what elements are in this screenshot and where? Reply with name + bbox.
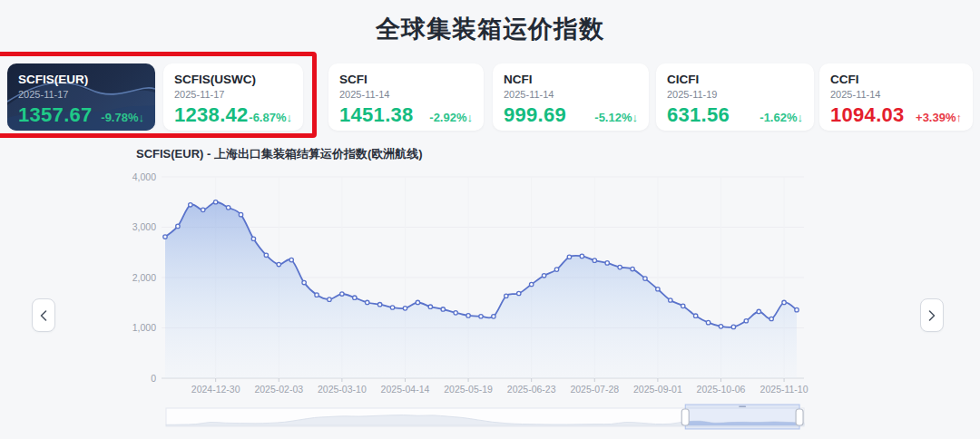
price-chart: 01,0002,0003,0004,0002024-12-302025-02-0… bbox=[0, 165, 980, 399]
svg-text:2025-03-10: 2025-03-10 bbox=[318, 384, 367, 395]
svg-text:2025-11-10: 2025-11-10 bbox=[760, 384, 808, 395]
chart-title: SCFIS(EUR) - 上海出口集装箱结算运价指数(欧洲航线) bbox=[136, 146, 423, 162]
card-value: 1238.42 bbox=[174, 103, 249, 127]
chevron-left-icon bbox=[39, 309, 48, 322]
card-date: 2025-11-17 bbox=[18, 89, 144, 101]
card-title: SCFIS(EUR) bbox=[18, 72, 144, 87]
card-change: -6.87%↓ bbox=[249, 111, 292, 124]
card-title: NCFI bbox=[504, 72, 638, 87]
svg-text:2025-06-23: 2025-06-23 bbox=[507, 384, 556, 395]
card-date: 2025-11-14 bbox=[504, 89, 638, 101]
freight-index-dashboard: 全球集装箱运价指数 SCFIS(EUR) 2025-11-17 1357.67 … bbox=[0, 0, 980, 439]
svg-text:2024-12-30: 2024-12-30 bbox=[191, 384, 240, 395]
svg-text:2,000: 2,000 bbox=[132, 272, 156, 283]
range-slider[interactable] bbox=[0, 401, 980, 437]
card-title: CCFI bbox=[830, 72, 962, 87]
card-date: 2025-11-19 bbox=[667, 89, 803, 101]
svg-text:2025-10-06: 2025-10-06 bbox=[697, 384, 746, 395]
svg-text:2025-05-19: 2025-05-19 bbox=[444, 384, 493, 395]
card-date: 2025-11-14 bbox=[830, 89, 962, 101]
page-title: 全球集装箱运价指数 bbox=[0, 13, 980, 45]
index-card-scfis-eur[interactable]: SCFIS(EUR) 2025-11-17 1357.67 -9.78%↓ bbox=[7, 63, 155, 131]
svg-text:4,000: 4,000 bbox=[132, 171, 156, 182]
card-title: SCFI bbox=[339, 72, 473, 87]
card-change: -5.12%↓ bbox=[594, 111, 638, 124]
svg-text:0: 0 bbox=[151, 373, 156, 384]
svg-text:1,000: 1,000 bbox=[132, 322, 156, 333]
card-value: 631.56 bbox=[667, 103, 730, 127]
arrow-down-icon: ↓ bbox=[798, 111, 804, 124]
slider-handle-left[interactable] bbox=[681, 409, 689, 425]
chevron-right-icon bbox=[927, 309, 936, 322]
index-card-cicfi[interactable]: CICFI 2025-11-19 631.56 -1.62%↓ bbox=[656, 63, 814, 131]
arrow-down-icon: ↓ bbox=[632, 111, 639, 124]
svg-text:2025-02-03: 2025-02-03 bbox=[254, 384, 303, 395]
arrow-down-icon: ↓ bbox=[139, 111, 145, 124]
card-title: CICFI bbox=[667, 72, 803, 87]
card-date: 2025-11-14 bbox=[339, 89, 473, 101]
card-value: 999.69 bbox=[504, 103, 566, 127]
svg-text:2025-07-28: 2025-07-28 bbox=[570, 384, 619, 395]
svg-text:3,000: 3,000 bbox=[132, 221, 156, 232]
index-card-scfi[interactable]: SCFI 2025-11-14 1451.38 -2.92%↓ bbox=[328, 63, 484, 131]
slider-window[interactable] bbox=[685, 405, 799, 429]
card-value: 1451.38 bbox=[339, 103, 414, 127]
index-card-ncfi[interactable]: NCFI 2025-11-14 999.69 -5.12%↓ bbox=[493, 63, 649, 131]
card-change: +3.39%↑ bbox=[916, 111, 962, 124]
arrow-down-icon: ↓ bbox=[287, 111, 293, 124]
next-button[interactable] bbox=[920, 298, 944, 332]
slider-handle-right[interactable] bbox=[796, 409, 803, 425]
svg-text:2025-09-01: 2025-09-01 bbox=[633, 384, 682, 395]
card-title: SCFIS(USWC) bbox=[174, 72, 292, 87]
arrow-down-icon: ↓ bbox=[467, 111, 474, 124]
card-change: -1.62%↓ bbox=[760, 111, 803, 124]
card-change: -9.78%↓ bbox=[101, 111, 144, 124]
card-change: -2.92%↓ bbox=[429, 111, 473, 124]
card-value: 1357.67 bbox=[18, 103, 93, 127]
index-card-ccfi[interactable]: CCFI 2025-11-14 1094.03 +3.39%↑ bbox=[819, 63, 973, 131]
svg-text:2025-04-14: 2025-04-14 bbox=[381, 384, 430, 395]
card-value: 1094.03 bbox=[830, 103, 905, 127]
arrow-up-icon: ↑ bbox=[956, 111, 963, 124]
prev-button[interactable] bbox=[32, 298, 55, 332]
card-date: 2025-11-17 bbox=[174, 89, 292, 101]
slider-drag-dots[interactable] bbox=[739, 406, 746, 408]
index-card-scfis-uswc[interactable]: SCFIS(USWC) 2025-11-17 1238.42 -6.87%↓ bbox=[163, 63, 303, 131]
